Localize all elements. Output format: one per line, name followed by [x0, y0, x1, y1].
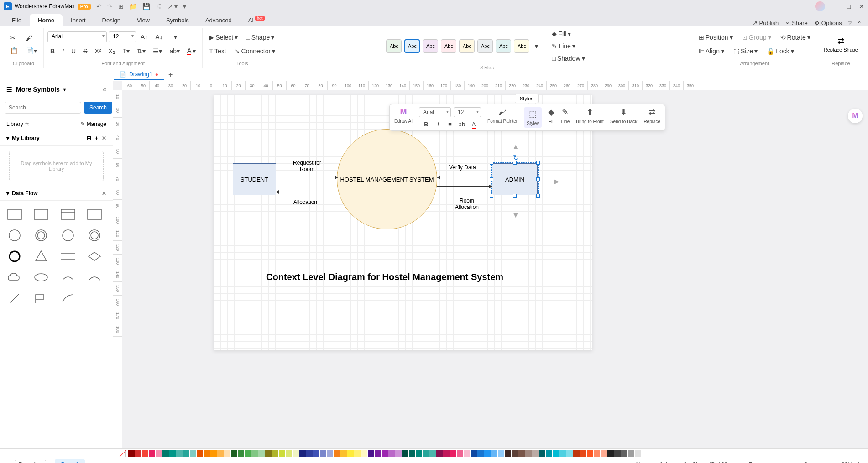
admin-entity[interactable]: ADMIN: [492, 163, 538, 195]
color-swatch[interactable]: [423, 450, 429, 457]
font-family-select[interactable]: Arial: [47, 31, 107, 42]
color-swatch[interactable]: [190, 450, 196, 457]
document-tab[interactable]: 📄 Drawing1 ●: [114, 69, 164, 80]
color-swatch[interactable]: [525, 450, 532, 457]
subscript-button[interactable]: X₂: [105, 45, 118, 57]
color-swatch[interactable]: [347, 450, 354, 457]
collapse-ribbon-button[interactable]: ^: [858, 20, 861, 26]
arrow-request[interactable]: [276, 177, 338, 177]
options-button[interactable]: ⚙Options: [814, 20, 842, 26]
diagram-title[interactable]: Context Level Diagram for Hostel Managem…: [266, 272, 503, 282]
line-button[interactable]: ✎ Line ▾: [549, 41, 587, 52]
shape-circle-bold[interactable]: [5, 248, 24, 265]
color-swatch[interactable]: [354, 450, 361, 457]
menu-advanced[interactable]: Advanced: [197, 14, 240, 26]
minimize-button[interactable]: —: [832, 3, 839, 10]
color-swatch[interactable]: [313, 450, 319, 457]
color-swatch[interactable]: [169, 450, 176, 457]
shape-lines[interactable]: [59, 248, 77, 265]
manage-button[interactable]: ✎ Manage: [80, 121, 106, 127]
publish-button[interactable]: ↗Publish: [753, 20, 779, 26]
menu-insert[interactable]: Insert: [63, 14, 94, 26]
more-button[interactable]: ▾: [183, 3, 186, 10]
color-swatch[interactable]: [368, 450, 374, 457]
shape-rect-2[interactable]: [32, 206, 50, 223]
color-swatch[interactable]: [142, 450, 148, 457]
rotate-handle[interactable]: ↻: [513, 153, 519, 162]
color-swatch[interactable]: [457, 450, 463, 457]
add-page-button[interactable]: +: [49, 461, 52, 463]
color-swatch[interactable]: [477, 450, 484, 457]
close-button[interactable]: ✕: [859, 3, 864, 10]
fill-button[interactable]: ◆ Fill ▾: [549, 28, 587, 39]
color-swatch[interactable]: [334, 450, 340, 457]
strikethrough-button[interactable]: S: [80, 45, 90, 57]
color-swatch[interactable]: [388, 450, 395, 457]
style-swatch-3[interactable]: Abc: [423, 39, 438, 53]
float-font-select[interactable]: Arial: [419, 107, 451, 117]
edraw-ai-button[interactable]: M Edraw AI: [394, 107, 413, 124]
style-swatch-8[interactable]: Abc: [514, 39, 529, 53]
color-swatch[interactable]: [559, 450, 566, 457]
color-swatch[interactable]: [471, 450, 477, 457]
open-button[interactable]: 📁: [129, 3, 137, 10]
color-swatch[interactable]: [553, 450, 559, 457]
color-swatch[interactable]: [245, 450, 251, 457]
shape-flag[interactable]: [32, 290, 50, 307]
menu-view[interactable]: View: [129, 14, 158, 26]
color-swatch[interactable]: [635, 450, 641, 457]
color-swatch[interactable]: [443, 450, 450, 457]
color-swatch[interactable]: [258, 450, 265, 457]
float-format-painter-button[interactable]: 🖌Format Painter: [487, 107, 518, 124]
color-swatch[interactable]: [340, 450, 347, 457]
connect-arrow-bottom[interactable]: ▼: [512, 211, 519, 219]
color-swatch[interactable]: [176, 450, 183, 457]
color-swatch[interactable]: [293, 450, 299, 457]
arrow-room-alloc[interactable]: [437, 186, 492, 187]
paste-button[interactable]: 📄▾: [23, 45, 40, 56]
select-tool-button[interactable]: ▶ Select ▾: [206, 32, 241, 43]
color-swatch[interactable]: [156, 450, 162, 457]
my-library-section[interactable]: ▾My Library ⊞ + ✕: [0, 131, 113, 146]
label-allocation[interactable]: Allocation: [293, 199, 317, 205]
undo-button[interactable]: ↶: [96, 3, 102, 10]
color-swatch[interactable]: [251, 450, 258, 457]
style-swatch-6[interactable]: Abc: [477, 39, 493, 53]
color-swatch[interactable]: [382, 450, 388, 457]
copy-button[interactable]: 📋: [7, 45, 21, 56]
color-swatch[interactable]: [601, 450, 607, 457]
case-button[interactable]: T▾: [120, 45, 133, 57]
italic-button[interactable]: I: [59, 45, 67, 57]
layout-toggle-button[interactable]: ⊞: [5, 461, 9, 463]
color-swatch[interactable]: [532, 450, 539, 457]
float-highlight-button[interactable]: ab: [458, 121, 466, 128]
shape-circle-double[interactable]: [32, 227, 50, 244]
align-button[interactable]: ⊫ Align▾: [696, 46, 727, 57]
zoom-in-button[interactable]: +: [835, 461, 838, 463]
add-library-button[interactable]: +: [95, 135, 98, 141]
bold-button[interactable]: B: [47, 45, 58, 57]
cut-button[interactable]: ✂: [7, 32, 21, 43]
shape-arc-1[interactable]: [59, 269, 77, 286]
group-button[interactable]: ⊡ Group▾: [739, 32, 774, 43]
connect-arrow-top[interactable]: ▲: [512, 143, 519, 151]
color-swatch[interactable]: [135, 450, 141, 457]
font-size-select[interactable]: 12: [109, 31, 136, 42]
shape-circle-1[interactable]: [5, 227, 24, 244]
highlight-button[interactable]: ab▾: [167, 45, 183, 57]
color-swatch[interactable]: [594, 450, 600, 457]
data-flow-section[interactable]: ▾Data Flow ✕: [0, 187, 113, 201]
student-entity[interactable]: STUDENT: [233, 163, 276, 195]
color-swatch[interactable]: [607, 450, 614, 457]
superscript-button[interactable]: X²: [92, 45, 104, 57]
color-swatch[interactable]: [566, 450, 573, 457]
color-swatch[interactable]: [149, 450, 155, 457]
color-swatch[interactable]: [628, 450, 634, 457]
menu-home[interactable]: Home: [30, 14, 63, 26]
label-request[interactable]: Request for Room: [289, 160, 325, 172]
shape-tool-button[interactable]: □ Shape ▾: [243, 32, 277, 43]
style-swatch-5[interactable]: Abc: [459, 39, 475, 53]
color-swatch[interactable]: [450, 450, 456, 457]
color-swatch[interactable]: [395, 450, 402, 457]
size-button[interactable]: ⬚ Size▾: [731, 46, 760, 57]
